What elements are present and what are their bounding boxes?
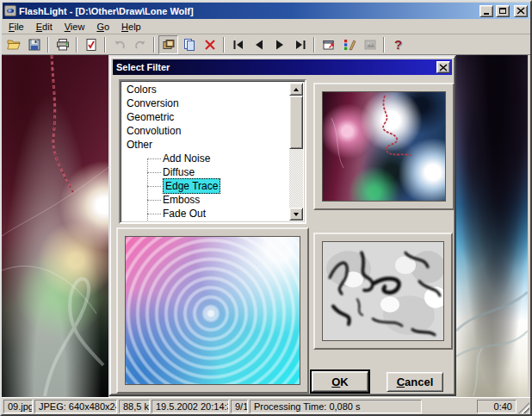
chain-decoration: [2, 55, 108, 397]
toolbar-separator: [47, 37, 49, 53]
copy-pages-icon: [182, 38, 196, 52]
tree-item-other[interactable]: Other: [122, 138, 289, 152]
menu-file[interactable]: File: [3, 20, 30, 34]
tree-item-colors[interactable]: Colors: [122, 83, 289, 96]
tree-item-conversion[interactable]: Conversion: [122, 96, 289, 110]
printer-icon: [56, 38, 70, 52]
tree-connector: [147, 186, 161, 187]
tree-branch-line: [147, 158, 148, 220]
toolbar-separator: [313, 37, 315, 53]
scroll-up-button[interactable]: [289, 83, 303, 96]
next-image-button[interactable]: [269, 35, 289, 54]
filter-tree: Colors Conversion Geometric Convolution …: [122, 83, 289, 220]
open-folder-icon: [7, 38, 21, 52]
ripple-pattern-preview: [126, 237, 300, 384]
filter-pattern-frame: [116, 227, 309, 394]
floppy-disk-icon: [28, 38, 41, 52]
redo-arrow-icon: [133, 38, 147, 52]
status-timer: 0:40: [477, 400, 517, 413]
undo-arrow-icon: [113, 38, 127, 52]
last-image-button[interactable]: [290, 35, 310, 54]
toolbar-separator: [104, 37, 106, 53]
open-button[interactable]: [3, 35, 23, 54]
save-button[interactable]: [24, 35, 44, 54]
menu-view[interactable]: View: [59, 20, 91, 34]
menu-bar: File Edit View Go Help: [2, 19, 530, 34]
dialog-title: Select Filter: [116, 62, 436, 72]
close-button[interactable]: [514, 5, 528, 17]
ok-button[interactable]: OK: [312, 371, 368, 392]
menu-edit[interactable]: Edit: [30, 20, 59, 34]
toolbar-separator: [223, 37, 225, 53]
undo-button[interactable]: [109, 35, 129, 54]
minimize-button[interactable]: [479, 5, 493, 17]
tree-item-geometric[interactable]: Geometric: [122, 110, 289, 124]
list-scrollbar[interactable]: [289, 83, 303, 220]
menu-help[interactable]: Help: [115, 20, 147, 34]
tree-connector: [147, 158, 161, 159]
status-datetime: 19.5.2002 20:14:38: [152, 400, 229, 413]
close-icon: [439, 64, 448, 71]
first-arrow-icon: [232, 38, 245, 52]
status-format: JPEG: 640x480x24bpp: [34, 400, 117, 413]
scrollbar-thumb[interactable]: [289, 96, 303, 149]
toolbar: ?: [2, 34, 530, 55]
colors-button[interactable]: [339, 35, 359, 54]
scroll-down-button[interactable]: [289, 208, 303, 220]
color-palette-icon: [343, 38, 356, 52]
filters-button[interactable]: [360, 35, 380, 54]
edge-trace-result-preview: [323, 242, 443, 340]
document-check-icon: [84, 38, 98, 52]
toolbar-separator: [383, 37, 385, 53]
dialog-title-bar: Select Filter: [113, 59, 452, 75]
red-chain-decoration: [323, 92, 446, 202]
next-arrow-icon: [273, 38, 287, 52]
close-icon: [517, 7, 525, 15]
delete-button[interactable]: [200, 35, 220, 54]
image-viewport: Select Filter Colors Conversion Geometri…: [2, 55, 530, 397]
verify-button[interactable]: [81, 35, 101, 54]
resize-window-icon: [322, 38, 336, 52]
menu-go[interactable]: Go: [90, 20, 115, 34]
tree-connector: [147, 200, 161, 201]
app-window: FlashLight - [D:\Other\Draw\Lone Wolf] F…: [0, 0, 532, 416]
previous-image-button[interactable]: [249, 35, 269, 54]
dialog-close-button[interactable]: [436, 61, 450, 73]
last-arrow-icon: [294, 38, 307, 52]
tree-connector: [147, 214, 161, 214]
prev-arrow-icon: [252, 38, 266, 52]
minimize-icon: [484, 13, 489, 15]
question-mark-icon: ?: [394, 38, 402, 51]
arrow-up-icon: [294, 88, 299, 91]
status-processing-time: Processing Time: 0,080 s: [250, 400, 422, 413]
window-title: FlashLight - [D:\Other\Draw\Lone Wolf]: [19, 6, 477, 16]
smoke-decoration: [456, 55, 528, 397]
original-image-preview: [323, 92, 445, 201]
title-bar: FlashLight - [D:\Other\Draw\Lone Wolf]: [3, 3, 529, 19]
filter-list[interactable]: Colors Conversion Geometric Convolution …: [119, 79, 306, 224]
fit-window-button[interactable]: [319, 35, 338, 54]
result-preview-frame: [313, 233, 453, 350]
original-preview-frame: [313, 83, 455, 210]
select-filter-dialog: Select Filter Colors Conversion Geometri…: [108, 55, 456, 396]
arrow-down-icon: [294, 213, 299, 216]
ok-button-default-ring: OK: [310, 369, 370, 394]
first-image-button[interactable]: [228, 35, 248, 54]
redo-button[interactable]: [130, 35, 150, 54]
help-button[interactable]: ?: [388, 35, 408, 54]
toolbar-separator: [153, 37, 155, 53]
copy-button[interactable]: [179, 35, 199, 54]
resize-grip[interactable]: [518, 402, 529, 413]
selected-filter: Edge Trace: [163, 178, 220, 194]
status-filename: 09.jpg: [3, 400, 33, 413]
cancel-button[interactable]: Cancel: [387, 372, 443, 392]
print-button[interactable]: [53, 35, 72, 54]
browse-button[interactable]: [158, 35, 178, 54]
status-filesize: 88,5 kB: [119, 400, 150, 413]
filter-image-icon: [363, 38, 377, 52]
tree-item-convolution[interactable]: Convolution: [122, 124, 289, 138]
background-image-left: [2, 55, 108, 397]
maximize-button[interactable]: [496, 5, 510, 17]
maximize-icon: [499, 8, 506, 14]
background-image-right: [456, 55, 528, 397]
